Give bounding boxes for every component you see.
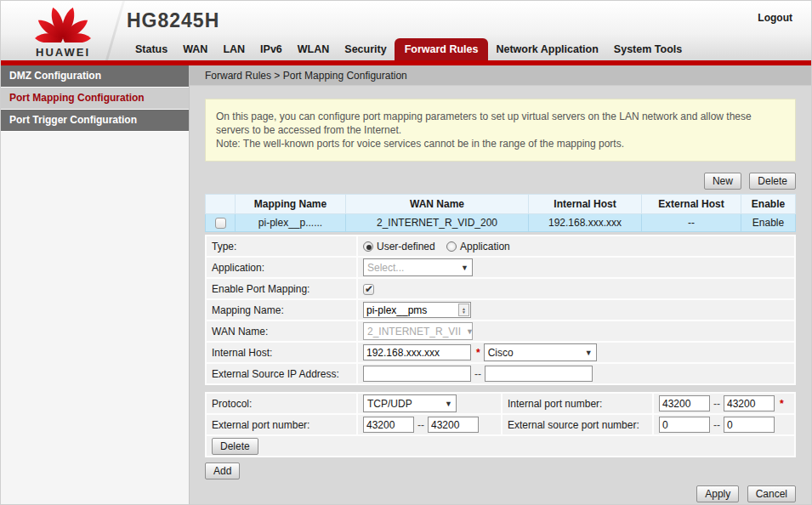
device-model-title: HG8245H	[127, 9, 219, 32]
range-separator: --	[474, 368, 481, 380]
router-admin-page: HUAWEI HG8245H Logout Status WAN LAN IPv…	[0, 0, 812, 505]
range-separator: --	[713, 398, 720, 410]
col-wan-name: WAN Name	[346, 195, 529, 214]
cell-enable[interactable]: Enable	[741, 214, 796, 232]
tab-ipv6[interactable]: IPv6	[253, 39, 290, 60]
ports-delete-row: Delete	[207, 436, 794, 456]
enable-port-mapping-label: Enable Port Mapping:	[207, 279, 356, 298]
application-label: Application:	[207, 258, 356, 277]
mapping-form: Type: User-defined Application Applicati…	[205, 235, 796, 385]
application-radio-label: Application	[460, 241, 510, 252]
sidebar-item-port-trigger-configuration[interactable]: Port Trigger Configuration	[1, 110, 189, 132]
sidebar-filler	[1, 132, 189, 505]
form-row-external-ip: External Source IP Address: --	[207, 364, 794, 383]
mapping-name-field[interactable]: ▲▼	[363, 302, 471, 318]
application-select[interactable]: Select... ▼	[363, 258, 473, 276]
wan-name-select[interactable]: 2_INTERNET_R_VII ▼	[363, 322, 473, 340]
wan-name-label: WAN Name:	[207, 321, 356, 341]
internal-host-input[interactable]	[363, 344, 471, 360]
col-external-host: External Host	[642, 195, 741, 214]
form-row-wan-name: WAN Name: 2_INTERNET_R_VII ▼	[207, 321, 794, 341]
cell-wan-name[interactable]: 2_INTERNET_R_VID_200	[346, 214, 529, 232]
tab-system-tools[interactable]: System Tools	[606, 39, 690, 60]
delete-selected-button[interactable]: Delete	[749, 173, 796, 190]
cell-external-host[interactable]: --	[642, 214, 741, 232]
external-source-ip-label: External Source IP Address:	[207, 364, 356, 383]
brand-text: HUAWEI	[16, 46, 110, 59]
apply-button[interactable]: Apply	[696, 485, 739, 502]
form-row-application: Application: Select... ▼	[207, 258, 794, 277]
table-header-row: Mapping Name WAN Name Internal Host Exte…	[206, 195, 796, 214]
internal-port-to-input[interactable]	[724, 395, 775, 411]
huawei-logo: HUAWEI	[16, 3, 110, 59]
main-content: Forward Rules > Port Mapping Configurati…	[190, 65, 811, 505]
info-line-2: Note: The well-known ports for voice ser…	[216, 137, 785, 150]
internal-host-label: Internal Host:	[207, 343, 356, 362]
tab-lan[interactable]: LAN	[215, 39, 253, 60]
cell-internal-host[interactable]: 192.168.xxx.xxx	[529, 214, 642, 232]
cancel-button[interactable]: Cancel	[747, 485, 796, 502]
col-mapping-name: Mapping Name	[236, 195, 346, 214]
chevron-down-icon: ▼	[461, 264, 468, 272]
tab-forward-rules[interactable]: Forward Rules	[395, 38, 489, 60]
huawei-flower-icon	[30, 3, 96, 43]
source-port-to-input[interactable]	[724, 417, 775, 433]
external-ip-to-input[interactable]	[485, 366, 593, 382]
cell-mapping-name[interactable]: pi-plex__p......	[236, 214, 346, 232]
row-checkbox[interactable]	[215, 218, 226, 229]
internal-port-from-input[interactable]	[659, 395, 710, 411]
required-asterisk: *	[780, 398, 784, 410]
table-row: pi-plex__p...... 2_INTERNET_R_VID_200 19…	[206, 214, 796, 232]
logout-button[interactable]: Logout	[758, 12, 792, 24]
header: HUAWEI HG8245H Logout Status WAN LAN IPv…	[1, 1, 811, 60]
protocol-select[interactable]: TCP/UDP ▼	[363, 394, 457, 412]
add-button[interactable]: Add	[205, 462, 240, 479]
ports-row-1: Protocol: TCP/UDP ▼ Internal port number…	[207, 394, 794, 413]
source-port-from-input[interactable]	[659, 417, 710, 433]
col-enable: Enable	[741, 195, 796, 214]
tab-status[interactable]: Status	[128, 39, 175, 60]
external-port-label: External port number:	[207, 415, 356, 434]
range-separator: --	[417, 419, 424, 431]
internal-port-label: Internal port number:	[503, 394, 652, 413]
sidebar-item-dmz-configuration[interactable]: DMZ Configuration	[1, 65, 189, 88]
form-row-internal-host: Internal Host: * Cisco ▼	[207, 343, 794, 362]
form-row-type: Type: User-defined Application	[207, 236, 794, 256]
sidebar-item-port-mapping-configuration[interactable]: Port Mapping Configuration	[1, 88, 189, 110]
external-port-to-input[interactable]	[428, 417, 479, 433]
form-actions: Apply Cancel	[205, 485, 796, 502]
ports-row-2: External port number: -- External source…	[207, 415, 794, 434]
main-nav: Status WAN LAN IPv6 WLAN Security Forwar…	[128, 38, 690, 60]
user-defined-radio-label: User-defined	[377, 241, 435, 252]
tab-wlan[interactable]: WLAN	[290, 39, 338, 60]
external-ip-from-input[interactable]	[363, 366, 471, 382]
delete-port-rule-button[interactable]: Delete	[212, 438, 258, 455]
mapping-name-label: Mapping Name:	[207, 300, 356, 320]
protocol-label: Protocol:	[207, 394, 356, 413]
info-line-1: On this page, you can configure port map…	[216, 110, 785, 137]
range-separator: --	[713, 419, 720, 431]
info-box: On this page, you can configure port map…	[205, 99, 796, 162]
application-radio[interactable]	[446, 241, 457, 252]
external-source-port-label: External source port number:	[503, 415, 652, 434]
spinner-icon[interactable]: ▲▼	[458, 304, 469, 316]
form-row-enable: Enable Port Mapping:	[207, 279, 794, 298]
form-row-mapping-name: Mapping Name: ▲▼	[207, 300, 794, 320]
required-asterisk: *	[476, 347, 480, 359]
list-toolbar: New Delete	[205, 173, 796, 190]
user-defined-radio[interactable]	[363, 241, 373, 252]
port-mapping-table: Mapping Name WAN Name Internal Host Exte…	[205, 194, 796, 232]
enable-port-mapping-checkbox[interactable]	[363, 284, 374, 295]
ports-form: Protocol: TCP/UDP ▼ Internal port number…	[205, 392, 796, 457]
chevron-down-icon: ▼	[466, 327, 474, 336]
tab-wan[interactable]: WAN	[175, 39, 215, 60]
tab-security[interactable]: Security	[337, 39, 394, 60]
tab-network-application[interactable]: Network Application	[488, 39, 605, 60]
chevron-down-icon: ▼	[585, 349, 593, 357]
new-button[interactable]: New	[704, 173, 741, 190]
mapping-name-input[interactable]	[364, 304, 458, 316]
external-port-from-input[interactable]	[363, 417, 414, 433]
chevron-down-icon: ▼	[445, 400, 452, 408]
device-select[interactable]: Cisco ▼	[484, 343, 597, 361]
sidebar: DMZ Configuration Port Mapping Configura…	[1, 65, 190, 505]
